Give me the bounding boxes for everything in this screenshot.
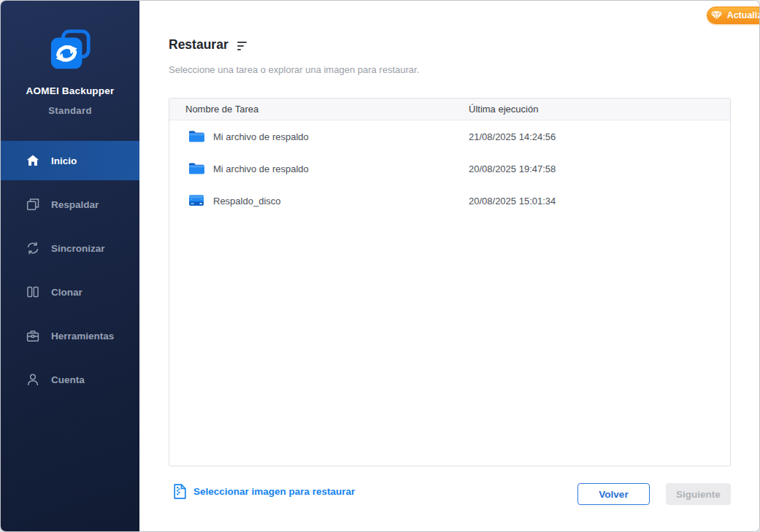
- task-name: Mi archivo de respaldo: [213, 131, 309, 142]
- task-name: Respaldo_disco: [213, 196, 281, 207]
- next-button[interactable]: Siguiente: [666, 483, 731, 505]
- sidebar-item-label: Herramientas: [51, 331, 114, 342]
- sidebar-item-cuenta[interactable]: Cuenta: [1, 360, 139, 399]
- sidebar-item-inicio[interactable]: Inicio: [1, 141, 139, 180]
- table-row[interactable]: Respaldo_disco 20/08/2025 15:01:34: [169, 185, 730, 217]
- sidebar-nav: Inicio Respaldar: [1, 141, 139, 404]
- app-name: AOMEI Backupper: [1, 85, 139, 96]
- table-row[interactable]: Mi archivo de respaldo 20/08/2025 19:47:…: [169, 153, 730, 185]
- app-logo: AOMEI Backupper Standard: [1, 28, 139, 116]
- main-content: Actualizar: [139, 1, 759, 531]
- task-table: Nombre de Tarea Última ejecución Mi arch…: [169, 98, 731, 466]
- backup-copy-icon: [26, 197, 40, 212]
- disk-icon: [188, 194, 204, 207]
- task-name: Mi archivo de respaldo: [213, 163, 309, 174]
- page-title: Restaurar: [169, 37, 229, 53]
- person-icon: [26, 372, 40, 387]
- task-last-run: 20/08/2025 19:47:58: [469, 163, 730, 174]
- clone-panels-icon: [26, 285, 40, 299]
- upgrade-label: Actualizar: [727, 10, 760, 20]
- column-header-last-run: Última ejecución: [469, 104, 730, 115]
- folder-icon: [188, 130, 204, 143]
- titlebar: Actualizar: [278, 1, 759, 30]
- sidebar-item-respaldar[interactable]: Respaldar: [1, 185, 139, 224]
- task-last-run: 21/08/2025 14:24:56: [469, 131, 730, 142]
- sync-arrows-icon: [26, 241, 40, 255]
- sidebar-item-label: Cuenta: [51, 374, 85, 385]
- table-header: Nombre de Tarea Última ejecución: [169, 99, 730, 120]
- sidebar-item-label: Sincronizar: [51, 243, 105, 254]
- sidebar-item-herramientas[interactable]: Herramientas: [1, 316, 139, 355]
- toolbox-icon: [26, 328, 40, 343]
- sidebar-item-label: Clonar: [51, 287, 82, 298]
- image-file-icon: [174, 484, 186, 499]
- folder-icon: [188, 162, 204, 175]
- app-window: AOMEI Backupper Standard Inicio: [0, 0, 760, 532]
- sidebar-item-clonar[interactable]: Clonar: [1, 272, 139, 312]
- home-icon: [26, 153, 40, 168]
- app-edition: Standard: [1, 105, 139, 116]
- aomei-logo-icon: [47, 28, 93, 74]
- page-subtitle: Seleccione una tarea o explorar una imag…: [169, 64, 419, 75]
- select-image-label: Seleccionar imagen para restaurar: [193, 486, 355, 497]
- select-image-link[interactable]: Seleccionar imagen para restaurar: [174, 484, 355, 499]
- sidebar-item-sincronizar[interactable]: Sincronizar: [1, 228, 139, 268]
- filter-sort-icon[interactable]: [237, 40, 247, 50]
- task-last-run: 20/08/2025 15:01:34: [469, 196, 730, 207]
- upgrade-button[interactable]: Actualizar: [707, 7, 760, 24]
- gem-icon: [710, 11, 723, 20]
- sidebar-item-label: Inicio: [51, 155, 77, 166]
- sidebar: AOMEI Backupper Standard Inicio: [1, 1, 139, 531]
- column-header-task-name: Nombre de Tarea: [169, 104, 469, 115]
- sidebar-item-label: Respaldar: [51, 199, 99, 210]
- back-button[interactable]: Volver: [577, 483, 650, 505]
- table-row[interactable]: Mi archivo de respaldo 21/08/2025 14:24:…: [169, 120, 730, 153]
